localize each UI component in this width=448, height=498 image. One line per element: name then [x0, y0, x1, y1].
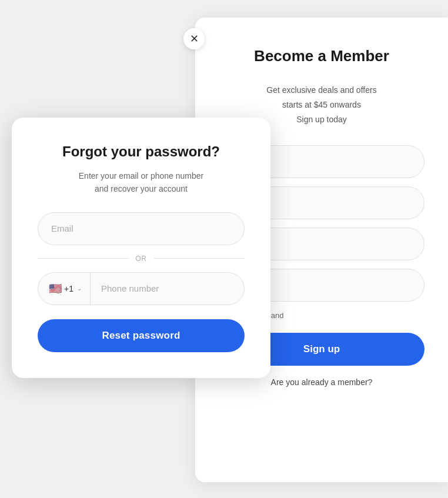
- or-line-left: [38, 258, 129, 259]
- forgot-password-modal: Forgot your password? Enter your email o…: [12, 118, 270, 378]
- phone-input[interactable]: [91, 283, 244, 293]
- country-flag: 🇺🇸: [49, 282, 62, 295]
- country-code: +1: [64, 284, 73, 293]
- chevron-down-icon: ⌄: [77, 285, 82, 292]
- reset-password-button[interactable]: Reset password: [38, 319, 245, 352]
- phone-field-row: 🇺🇸 +1 ⌄: [38, 272, 245, 305]
- modal-title: Forgot your password?: [38, 143, 245, 160]
- or-text: OR: [136, 255, 147, 263]
- or-line-right: [154, 258, 245, 259]
- or-divider: OR: [38, 255, 245, 263]
- modal-description: Enter your email or phone number and rec…: [38, 169, 245, 196]
- country-selector[interactable]: 🇺🇸 +1 ⌄: [38, 273, 91, 305]
- modal-overlay: Forgot your password? Enter your email o…: [0, 0, 448, 498]
- email-input[interactable]: [38, 212, 245, 245]
